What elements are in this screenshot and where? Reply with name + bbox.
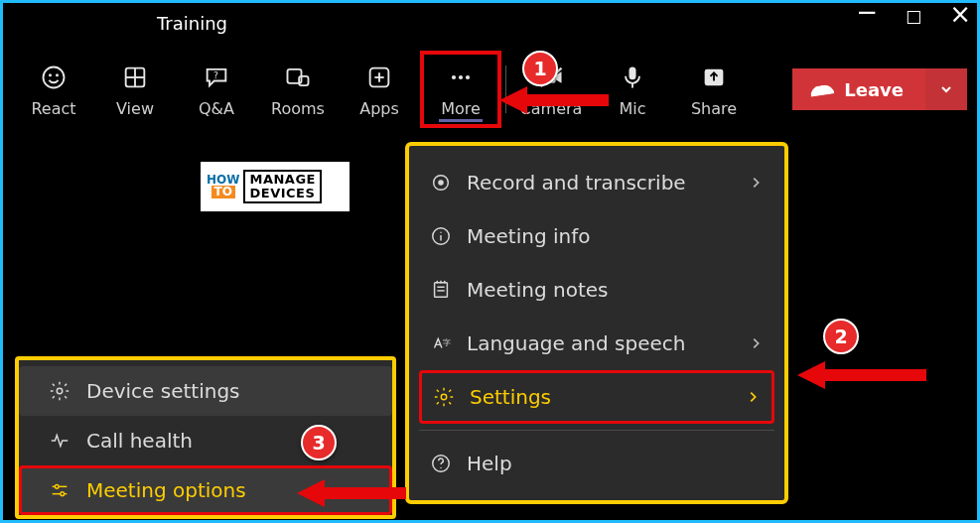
svg-point-39	[61, 492, 65, 496]
leave-label: Leave	[844, 79, 904, 100]
logo-devices: DEVICES	[249, 187, 316, 200]
menu-settings-label: Settings	[470, 385, 732, 409]
menu-help[interactable]: Help	[419, 437, 774, 490]
chevron-right-icon	[749, 336, 763, 350]
submenu-device-label: Device settings	[86, 379, 240, 403]
svg-point-34	[440, 467, 441, 468]
chevron-right-icon	[749, 176, 763, 190]
mic-label: Mic	[619, 99, 645, 118]
svg-rect-25	[435, 283, 448, 298]
window-title: Training	[157, 13, 227, 34]
qa-icon: ?	[203, 62, 230, 93]
annotation-arrow-3	[297, 475, 406, 515]
minimize-button[interactable]: −	[856, 2, 878, 22]
language-icon: 字	[429, 332, 453, 354]
gear-icon	[432, 386, 456, 408]
svg-marker-42	[297, 479, 406, 507]
menu-help-label: Help	[467, 452, 763, 475]
svg-point-13	[459, 74, 463, 78]
svg-text:字: 字	[443, 337, 451, 347]
logo-to: TO	[211, 186, 235, 198]
callout-badge-1: 1	[522, 51, 558, 86]
maximize-button[interactable]: ☐	[906, 7, 921, 28]
share-button[interactable]: Share	[673, 51, 755, 128]
menu-record-label: Record and transcribe	[467, 171, 735, 195]
mic-icon	[619, 62, 646, 93]
svg-point-2	[57, 74, 58, 75]
svg-point-21	[438, 180, 444, 186]
callout-badge-2: 2	[823, 319, 859, 354]
svg-marker-40	[499, 86, 609, 114]
menu-notes-label: Meeting notes	[467, 278, 763, 302]
submenu-health-label: Call health	[86, 429, 193, 453]
help-icon	[429, 453, 453, 474]
annotation-arrow-2	[797, 357, 926, 397]
view-label: View	[116, 99, 154, 118]
more-label: More	[441, 99, 481, 118]
svg-point-12	[452, 74, 456, 78]
leave-button[interactable]: Leave	[792, 68, 925, 110]
submenu-device-settings[interactable]: Device settings	[19, 366, 392, 416]
more-button[interactable]: More	[420, 51, 501, 128]
callout-badge-3: 3	[301, 425, 337, 460]
chevron-right-icon	[746, 390, 760, 404]
title-bar: Training − ☐ ×	[3, 3, 977, 43]
apps-label: Apps	[359, 99, 399, 118]
info-icon	[429, 225, 453, 247]
svg-marker-41	[797, 361, 926, 389]
apps-button[interactable]: Apps	[339, 51, 420, 128]
svg-point-14	[466, 74, 470, 78]
apps-icon	[365, 62, 393, 93]
svg-rect-17	[630, 66, 636, 79]
smiley-icon	[40, 62, 68, 93]
svg-point-0	[44, 66, 65, 87]
rooms-icon	[284, 62, 312, 93]
more-menu: Record and transcribe Meeting info Meeti…	[405, 142, 788, 504]
submenu-meeting-options-label: Meeting options	[86, 478, 246, 502]
menu-record-transcribe[interactable]: Record and transcribe	[419, 156, 774, 209]
more-active-indicator	[439, 119, 483, 122]
window-controls: − ☐ ×	[856, 7, 971, 28]
menu-settings[interactable]: Settings	[419, 370, 774, 424]
health-icon	[49, 430, 70, 452]
qa-label: Q&A	[199, 99, 234, 118]
sliders-icon	[49, 479, 70, 501]
menu-language-label: Language and speech	[467, 331, 735, 355]
svg-point-37	[55, 485, 59, 489]
close-button[interactable]: ×	[949, 4, 971, 24]
leave-split-button: Leave	[792, 68, 967, 110]
logo-manage: MANAGE	[249, 173, 316, 187]
rooms-label: Rooms	[271, 99, 325, 118]
svg-text:?: ?	[213, 69, 218, 80]
menu-separator	[419, 430, 774, 431]
svg-point-35	[57, 388, 63, 394]
hangup-icon	[810, 83, 835, 98]
gear-icon	[49, 380, 70, 402]
qa-button[interactable]: ? Q&A	[176, 51, 257, 128]
svg-point-32	[441, 394, 447, 400]
leave-dropdown-button[interactable]	[925, 68, 967, 110]
notes-icon	[429, 279, 453, 301]
react-label: React	[31, 99, 75, 118]
view-button[interactable]: View	[94, 51, 176, 128]
rooms-button[interactable]: Rooms	[257, 51, 339, 128]
annotation-arrow-1	[499, 82, 609, 122]
menu-info-label: Meeting info	[467, 224, 763, 248]
record-icon	[429, 172, 453, 194]
more-ellipsis-icon	[447, 62, 475, 93]
share-label: Share	[691, 99, 737, 118]
menu-language-speech[interactable]: 字 Language and speech	[419, 317, 774, 370]
grid-icon	[121, 62, 149, 93]
meeting-toolbar: React View ? Q&A Rooms Apps More	[3, 43, 977, 132]
menu-meeting-info[interactable]: Meeting info	[419, 209, 774, 263]
react-button[interactable]: React	[13, 51, 94, 128]
svg-point-24	[440, 232, 441, 233]
watermark-logo: HOW TO MANAGE DEVICES	[201, 162, 350, 211]
share-icon	[700, 62, 728, 93]
menu-meeting-notes[interactable]: Meeting notes	[419, 263, 774, 317]
svg-point-1	[50, 74, 51, 75]
